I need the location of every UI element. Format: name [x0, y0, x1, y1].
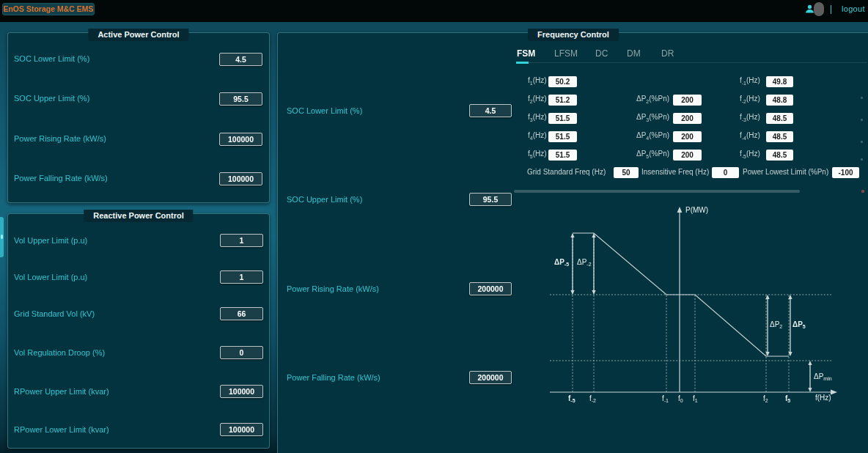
svg-text:f-5: f-5 [568, 394, 575, 403]
svg-text:ΔP-2: ΔP-2 [577, 258, 592, 267]
svg-text:f1: f1 [693, 394, 698, 403]
svg-text:f5: f5 [785, 394, 790, 403]
svg-text:f(Hz): f(Hz) [815, 394, 831, 402]
svg-text:ΔP5: ΔP5 [792, 320, 806, 329]
svg-text:ΔP-5: ΔP-5 [554, 258, 569, 267]
svg-text:f0: f0 [678, 394, 683, 403]
svg-text:ΔPmin: ΔPmin [814, 372, 832, 381]
svg-text:f-1: f-1 [662, 394, 669, 403]
svg-text:f-2: f-2 [589, 394, 596, 403]
svg-text:P(MW): P(MW) [685, 206, 708, 214]
svg-text:ΔP2: ΔP2 [770, 320, 782, 329]
svg-text:f2: f2 [763, 394, 768, 403]
